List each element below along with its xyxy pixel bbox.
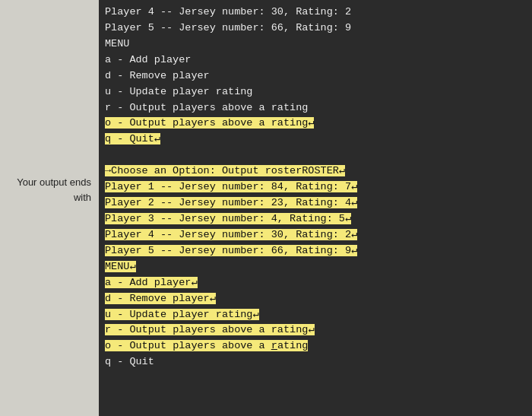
hl-menu-a: a - Add player: [105, 277, 191, 288]
line-p1: Player 1 -- Jersey number: 84, Rating: 7…: [105, 179, 526, 195]
line-player5-top: Player 5 -- Jersey number: 66, Rating: 9: [105, 21, 526, 37]
hl-menu-o-players: players: [173, 340, 216, 351]
highlight-prompt: →Choose an Option: Output rosterROSTER: [105, 165, 339, 176]
line-menu-r: r - Output players above a rating↵: [105, 322, 526, 338]
hl-menu-o-rating: r: [271, 340, 277, 351]
hl-p3: Player 3 -- Jersey number: 4, Rating: 5: [105, 213, 345, 224]
line-p3: Player 3 -- Jersey number: 4, Rating: 5↵: [105, 211, 526, 227]
line-menu-a: a - Add player↵: [105, 275, 526, 291]
line-menu-q: q - Quit: [105, 354, 526, 370]
hl-p1: Player 1 -- Jersey number: 84, Rating: 7: [105, 181, 351, 192]
line-menu-u: u - Update player rating↵: [105, 307, 526, 323]
line-empty1: [105, 148, 526, 164]
hl-menu2: MENU: [105, 261, 129, 272]
output-ends-label: Your output ends: [17, 175, 91, 190]
line-quit-highlight: q - Quit↵: [105, 132, 526, 148]
hl-menu-r-prefix: r - Output: [105, 324, 173, 335]
line-player4-top: Player 4 -- Jersey number: 30, Rating: 2: [105, 5, 526, 21]
hl-p2: Player 2 -- Jersey number: 23, Rating: 4: [105, 197, 351, 208]
hl-menu-u: u - Update player rating: [105, 309, 252, 320]
line-menu-o: o - Output players above a rating: [105, 338, 526, 354]
line-p5: Player 5 -- Jersey number: 66, Rating: 9…: [105, 243, 526, 259]
highlight-o: o - Output players above a rating: [105, 117, 308, 129]
line-p2: Player 2 -- Jersey number: 23, Rating: 4…: [105, 195, 526, 211]
hl-p5: Player 5 -- Jersey number: 66, Rating: 9: [105, 245, 351, 256]
hl-menu-o-prefix: o - Output: [105, 340, 173, 351]
line-output-rating: r - Output players above a rating: [105, 100, 526, 116]
hl-menu-o-ating: ating: [277, 340, 309, 351]
line-p4: Player 4 -- Jersey number: 30, Rating: 2…: [105, 227, 526, 243]
hl-menu-r-players: players: [173, 324, 216, 335]
with-label: with: [74, 190, 91, 205]
line-remove-player: d - Remove player: [105, 68, 526, 84]
line-update-rating: u - Update player rating: [105, 84, 526, 100]
hl-menu-d: d - Remove player: [105, 293, 210, 304]
hl-menu-r-suffix: above a rating: [216, 324, 309, 335]
line-menu-d: d - Remove player↵: [105, 291, 526, 307]
line-menu2: MENU↵: [105, 259, 526, 275]
hl-menu-o-above: above a: [216, 340, 271, 351]
line-output-above-highlight: o - Output players above a rating↵: [105, 116, 526, 132]
line-menu1: MENU: [105, 37, 526, 52]
highlight-q: q - Quit: [105, 133, 154, 144]
line-add-player: a - Add player: [105, 52, 526, 68]
left-panel: Your output ends with: [0, 0, 99, 416]
line-prompt: →Choose an Option: Output rosterROSTER↵: [105, 164, 526, 179]
hl-p4: Player 4 -- Jersey number: 30, Rating: 2: [105, 229, 351, 240]
terminal-output: Player 4 -- Jersey number: 30, Rating: 2…: [99, 0, 532, 416]
